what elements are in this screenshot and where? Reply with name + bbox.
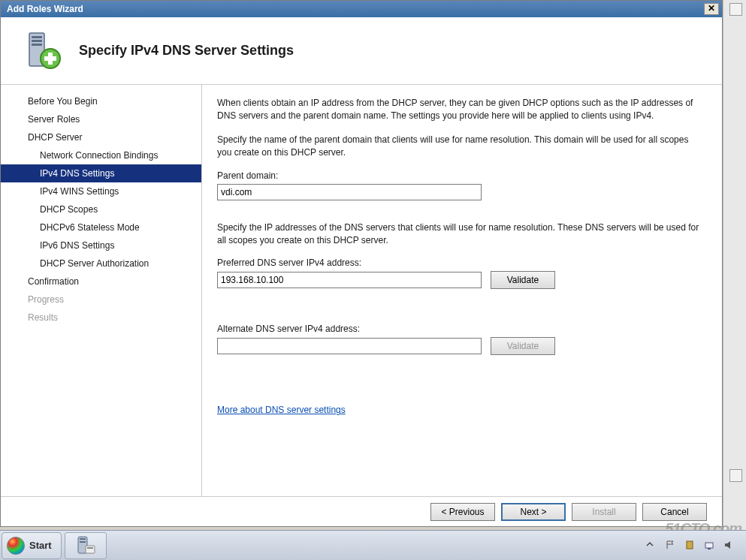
wizard-window: Add Roles Wizard ✕ Specify IPv4 DNS Serv…	[0, 0, 723, 527]
background-scrollbar[interactable]	[723, 0, 746, 530]
wizard-content: When clients obtain an IP address from t…	[202, 85, 722, 496]
svg-rect-6	[44, 56, 56, 61]
nav-dhcp-scopes[interactable]: DHCP Scopes	[1, 200, 201, 218]
validate-alternate-button: Validate	[491, 337, 555, 355]
flag-icon[interactable]	[665, 540, 677, 552]
taskbar-item-server-manager[interactable]	[65, 532, 107, 559]
window-title: Add Roles Wizard	[4, 4, 704, 14]
show-hidden-icons-icon[interactable]	[645, 540, 657, 552]
preferred-dns-label: Preferred DNS server IPv4 address:	[217, 257, 702, 268]
wizard-step-list: Before You Begin Server Roles DHCP Serve…	[1, 85, 202, 496]
svg-rect-8	[80, 538, 86, 540]
svg-rect-13	[705, 543, 713, 548]
intro-text-3: Specify the IP addresses of the DNS serv…	[217, 221, 702, 248]
nav-dhcpv6-stateless-mode[interactable]: DHCPv6 Stateless Mode	[1, 218, 201, 236]
svg-rect-11	[87, 547, 93, 549]
svg-rect-12	[687, 541, 693, 549]
start-label: Start	[29, 540, 52, 551]
nav-ipv6-dns-settings[interactable]: IPv6 DNS Settings	[1, 236, 201, 254]
server-manager-icon	[75, 535, 96, 556]
intro-text-1: When clients obtain an IP address from t…	[217, 97, 702, 123]
svg-rect-14	[708, 548, 711, 549]
nav-before-you-begin[interactable]: Before You Begin	[1, 92, 201, 110]
titlebar: Add Roles Wizard ✕	[1, 1, 722, 17]
system-tray	[645, 540, 746, 552]
nav-results: Results	[1, 309, 201, 327]
alternate-dns-label: Alternate DNS server IPv4 address:	[217, 324, 702, 334]
taskbar: Start	[0, 530, 746, 560]
parent-domain-label: Parent domain:	[217, 170, 702, 181]
svg-rect-2	[32, 40, 42, 42]
wizard-header: Specify IPv4 DNS Server Settings	[1, 17, 722, 85]
parent-domain-input[interactable]	[217, 184, 482, 200]
preferred-dns-input[interactable]	[217, 272, 482, 288]
network-icon[interactable]	[704, 540, 716, 552]
nav-server-roles[interactable]: Server Roles	[1, 110, 201, 128]
nav-ipv4-wins-settings[interactable]: IPv4 WINS Settings	[1, 182, 201, 200]
wizard-footer: < Previous Next > Install Cancel	[1, 496, 722, 526]
svg-rect-1	[32, 36, 42, 38]
nav-progress: Progress	[1, 291, 201, 309]
nav-ipv4-dns-settings[interactable]: IPv4 DNS Settings	[1, 164, 201, 182]
svg-rect-3	[32, 44, 42, 46]
intro-text-2: Specify the name of the parent domain th…	[217, 134, 702, 160]
svg-rect-10	[86, 546, 95, 553]
volume-icon[interactable]	[723, 540, 735, 552]
nav-dhcp-server[interactable]: DHCP Server	[1, 128, 201, 146]
server-role-icon	[22, 30, 64, 72]
install-button: Install	[572, 503, 636, 521]
more-about-dns-link[interactable]: More about DNS server settings	[217, 405, 346, 415]
windows-orb-icon	[7, 537, 25, 555]
alternate-dns-input[interactable]	[217, 338, 482, 354]
server-tray-icon[interactable]	[684, 540, 696, 552]
previous-button[interactable]: < Previous	[430, 503, 495, 521]
validate-preferred-button[interactable]: Validate	[491, 271, 555, 289]
start-button[interactable]: Start	[2, 532, 62, 559]
nav-network-connection-bindings[interactable]: Network Connection Bindings	[1, 146, 201, 164]
cancel-button[interactable]: Cancel	[642, 503, 707, 521]
page-heading: Specify IPv4 DNS Server Settings	[79, 43, 294, 59]
nav-confirmation[interactable]: Confirmation	[1, 272, 201, 291]
svg-rect-9	[80, 541, 86, 543]
nav-dhcp-server-authorization[interactable]: DHCP Server Authorization	[1, 254, 201, 272]
close-button[interactable]: ✕	[704, 3, 719, 15]
next-button[interactable]: Next >	[501, 503, 566, 521]
